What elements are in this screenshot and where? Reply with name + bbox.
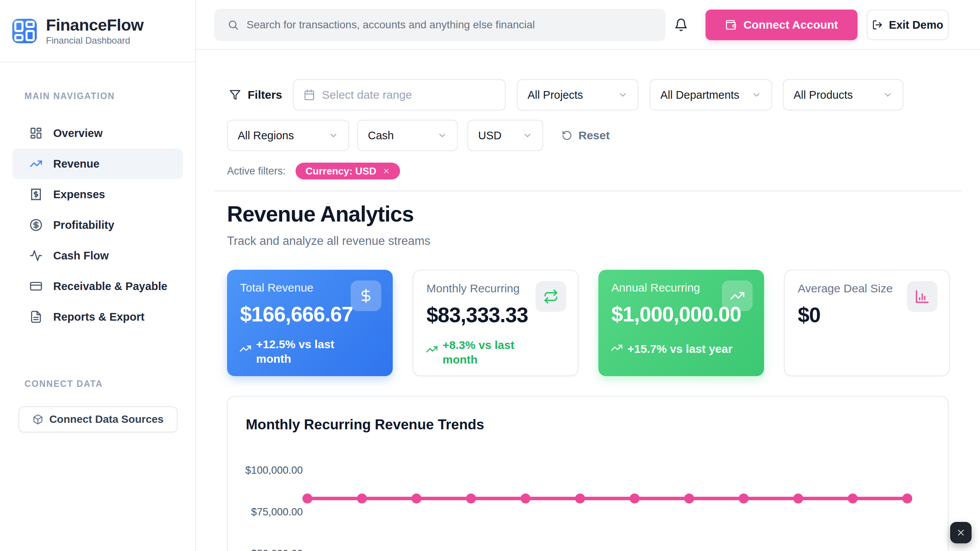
sidebar-item-label: Overview (53, 127, 103, 140)
circle-dollar-icon (29, 218, 42, 231)
metric-card-average-deal-size: Average Deal Size$0 (784, 270, 950, 376)
close-demo-banner-button[interactable] (950, 522, 972, 543)
metric-label: Total Revenue (240, 281, 314, 294)
metric-trend-text: +8.3% vs last month (443, 338, 527, 367)
metric-trend-text: +15.7% vs last year (627, 342, 732, 356)
search-input[interactable] (247, 19, 652, 31)
chart-title: Monthly Recurring Revenue Trends (246, 417, 484, 433)
sidebar-item-overview[interactable]: Overview (12, 118, 183, 148)
metric-value: $0 (798, 303, 820, 327)
metric-trend: +15.7% vs last year (611, 342, 732, 356)
search-icon (227, 19, 239, 31)
nav-section-heading: MAIN NAVIGATION (24, 91, 115, 101)
app-logo-icon (12, 19, 37, 43)
departments-select[interactable]: All Departments (650, 79, 772, 111)
sidebar: FinanceFlow Financial Dashboard MAIN NAV… (0, 0, 196, 551)
active-filter-chip: Currency: USD (296, 163, 400, 179)
active-filter-chips: Currency: USD (296, 163, 400, 179)
main-navigation: OverviewRevenueExpensesProfitabilityCash… (12, 118, 183, 332)
page-title: Revenue Analytics (227, 201, 414, 227)
metric-value: $166,666.67 (240, 302, 353, 326)
chevron-down-icon (883, 90, 893, 100)
y-axis-tick: $100,000.00 (228, 465, 303, 476)
metric-icon-box (907, 281, 938, 312)
chip-label: Currency: USD (305, 165, 376, 177)
repeat-icon (543, 289, 559, 304)
connect-account-label: Connect Account (743, 18, 838, 31)
receipt-icon (29, 188, 42, 201)
notifications-button[interactable] (671, 15, 691, 34)
metric-icon-box (351, 280, 381, 311)
topbar: Connect Account Exit Demo (196, 0, 980, 50)
metric-card-total-revenue: Total Revenue$166,666.67+12.5% vs last m… (227, 270, 393, 376)
brand-subtitle: Financial Dashboard (46, 35, 144, 46)
main-content: Filters All Projects All Departments All… (196, 50, 980, 551)
bell-icon (674, 18, 688, 32)
metric-card-annual-recurring: Annual Recurring$1,000,000.00+15.7% vs l… (598, 270, 764, 376)
filters-row-1: Filters All Projects All Departments All… (229, 79, 903, 111)
log-out-icon (872, 20, 883, 30)
chevron-down-icon (437, 130, 447, 140)
metric-label: Average Deal Size (798, 282, 893, 295)
page-subtitle: Track and analyze all revenue streams (227, 234, 430, 248)
sidebar-item-cash-flow[interactable]: Cash Flow (12, 240, 183, 271)
sidebar-item-label: Profitability (53, 219, 114, 231)
metric-trend-text: +12.5% vs last month (256, 337, 340, 366)
trending-up-icon (611, 342, 623, 354)
connect-data-sources-button[interactable]: Connect Data Sources (18, 406, 178, 432)
remove-filter-icon[interactable] (382, 167, 390, 175)
sidebar-item-label: Revenue (53, 158, 100, 170)
metric-trend: +8.3% vs last month (426, 338, 527, 367)
sidebar-item-label: Expenses (53, 188, 105, 201)
package-icon (33, 414, 43, 425)
connect-account-button[interactable]: Connect Account (706, 10, 858, 40)
trending-up-icon (239, 342, 252, 355)
sidebar-item-profitability[interactable]: Profitability (12, 210, 183, 240)
accounting-basis-select[interactable]: Cash (357, 120, 458, 151)
sidebar-item-receivable-payable[interactable]: Receivable & Payable (12, 271, 183, 302)
date-range-input[interactable] (293, 79, 506, 111)
metric-trend: +12.5% vs last month (239, 337, 340, 366)
exit-demo-button[interactable]: Exit Demo (867, 10, 949, 40)
y-axis-tick: $50,000.00 (228, 548, 303, 551)
metric-icon-box (536, 281, 566, 312)
rotate-ccw-icon (562, 130, 572, 141)
filters-row-2: All Regions Cash USD Reset (227, 120, 610, 151)
projects-select[interactable]: All Projects (517, 79, 639, 111)
credit-card-icon (29, 280, 42, 293)
metric-label: Annual Recurring (611, 281, 700, 294)
active-filters-row: Active filters: Currency: USD (227, 163, 400, 179)
section-divider (214, 191, 962, 191)
currency-select[interactable]: USD (467, 120, 543, 151)
filter-icon (229, 89, 241, 101)
sidebar-item-revenue[interactable]: Revenue (12, 148, 183, 179)
trending-up-icon (29, 157, 42, 170)
dollar-sign-icon (358, 288, 374, 303)
search-box (214, 9, 665, 41)
sidebar-item-label: Cash Flow (53, 249, 109, 262)
app-root: FinanceFlow Financial Dashboard MAIN NAV… (0, 0, 980, 551)
sidebar-item-reports-export[interactable]: Reports & Export (12, 302, 183, 332)
chevron-down-icon (523, 130, 532, 140)
brand-name: FinanceFlow (46, 16, 144, 34)
bar-chart-icon (915, 289, 930, 304)
wallet-icon (725, 19, 737, 31)
sidebar-item-expenses[interactable]: Expenses (12, 179, 183, 210)
reset-filters-button[interactable]: Reset (562, 129, 610, 142)
y-axis-tick: $75,000.00 (228, 506, 303, 518)
connect-data-sources-label: Connect Data Sources (49, 413, 164, 425)
metric-value: $1,000,000.00 (611, 302, 741, 326)
layout-dashboard-icon (29, 127, 42, 140)
brand: FinanceFlow Financial Dashboard (0, 0, 195, 62)
trending-up-icon (730, 288, 745, 303)
metric-label: Monthly Recurring (426, 282, 519, 295)
date-range-text[interactable] (322, 88, 495, 101)
exit-demo-label: Exit Demo (889, 19, 943, 31)
chevron-down-icon (618, 90, 628, 100)
connect-data-heading: CONNECT DATA (24, 379, 103, 389)
metric-cards-row: Total Revenue$166,666.67+12.5% vs last m… (227, 270, 949, 376)
regions-select[interactable]: All Regions (227, 120, 349, 151)
products-select[interactable]: All Products (783, 79, 903, 111)
sidebar-item-label: Reports & Export (53, 311, 144, 323)
trending-up-icon (426, 343, 438, 355)
